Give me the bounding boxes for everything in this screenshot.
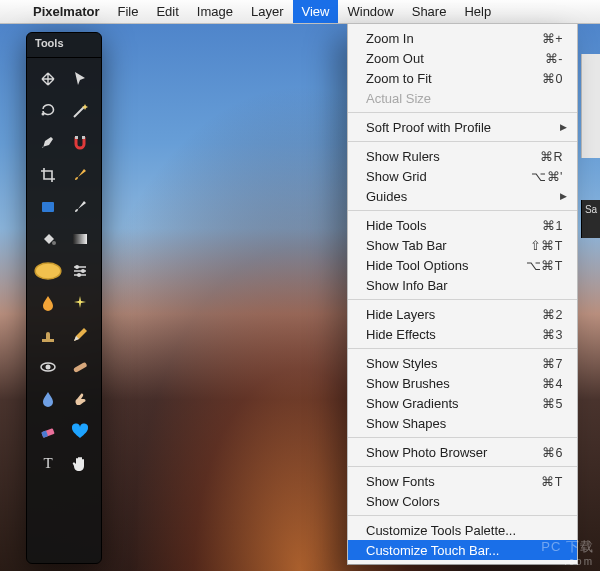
menu-item-shortcut: ⌘6 (542, 445, 563, 460)
menu-window[interactable]: Window (338, 0, 402, 23)
menu-item-label: Show Shapes (366, 416, 563, 431)
menu-item-show-grid[interactable]: Show Grid⌥⌘' (348, 166, 577, 186)
sponge-tool[interactable] (24, 247, 72, 295)
menu-item-shortcut: ⌘1 (542, 218, 563, 233)
pen-tool[interactable] (33, 128, 63, 158)
menu-item-show-info-bar[interactable]: Show Info Bar (348, 275, 577, 295)
menu-item-label: Zoom to Fit (366, 71, 542, 86)
svg-rect-3 (42, 202, 54, 212)
menu-help[interactable]: Help (455, 0, 500, 23)
menu-item-shortcut: ⌘- (545, 51, 563, 66)
svg-rect-11 (42, 339, 54, 342)
blur-tool[interactable] (33, 384, 63, 414)
menu-item-shortcut: ⌘5 (542, 396, 563, 411)
wand-tool[interactable] (65, 96, 95, 126)
menu-item-shortcut: ⌘R (540, 149, 563, 164)
menu-item-show-photo-browser[interactable]: Show Photo Browser⌘6 (348, 442, 577, 462)
menu-item-shortcut: ⌘2 (542, 307, 563, 322)
menu-item-label: Customize Touch Bar... (366, 543, 563, 558)
menu-item-label: Hide Tools (366, 218, 542, 233)
stamp-tool[interactable] (33, 320, 63, 350)
menu-item-label: Show Fonts (366, 474, 541, 489)
menu-item-shortcut: ⌘+ (542, 31, 563, 46)
shape-tool[interactable] (65, 416, 95, 446)
menu-item-label: Zoom In (366, 31, 542, 46)
crop-tool[interactable] (33, 160, 63, 190)
menu-item-actual-size: Actual Size (348, 88, 577, 108)
menu-item-soft-proof-with-profile[interactable]: Soft Proof with Profile (348, 117, 577, 137)
menubar[interactable]: Pixelmator File Edit Image Layer View Wi… (0, 0, 600, 24)
svg-point-10 (77, 273, 81, 277)
menu-share[interactable]: Share (403, 0, 456, 23)
menu-item-label: Soft Proof with Profile (366, 120, 563, 135)
move-tool[interactable] (33, 64, 63, 94)
menu-item-show-shapes[interactable]: Show Shapes (348, 413, 577, 433)
menu-item-show-brushes[interactable]: Show Brushes⌘4 (348, 373, 577, 393)
menu-item-label: Guides (366, 189, 563, 204)
menu-item-shortcut: ⇧⌘T (530, 238, 563, 253)
marquee-tool[interactable] (33, 192, 63, 222)
eraser-tool[interactable] (33, 416, 63, 446)
tools-palette[interactable]: Tools T (26, 32, 102, 564)
eyedrop-tool[interactable] (65, 192, 95, 222)
background-panel (581, 54, 600, 158)
menu-item-shortcut: ⌘3 (542, 327, 563, 342)
pointer-tool[interactable] (65, 64, 95, 94)
menu-item-label: Show Brushes (366, 376, 542, 391)
menu-item-customize-tools-palette[interactable]: Customize Tools Palette... (348, 520, 577, 540)
heal-tool[interactable] (65, 352, 95, 382)
hand-tool[interactable] (65, 448, 95, 478)
svg-point-9 (81, 269, 85, 273)
eye-tool[interactable] (33, 352, 63, 382)
menu-item-label: Actual Size (366, 91, 563, 106)
brush-tool1[interactable] (65, 160, 95, 190)
svg-rect-1 (75, 136, 78, 139)
menu-item-label: Show Info Bar (366, 278, 563, 293)
smudge-tool[interactable] (65, 384, 95, 414)
menu-item-label: Show Grid (366, 169, 531, 184)
pencil-tool[interactable] (65, 320, 95, 350)
menu-item-label: Show Tab Bar (366, 238, 530, 253)
menu-layer[interactable]: Layer (242, 0, 293, 23)
menu-item-show-styles[interactable]: Show Styles⌘7 (348, 353, 577, 373)
menu-item-hide-tool-options[interactable]: Hide Tool Options⌥⌘T (348, 255, 577, 275)
svg-rect-2 (82, 136, 85, 139)
magnet-tool[interactable] (65, 128, 95, 158)
menu-image[interactable]: Image (188, 0, 242, 23)
menu-item-guides[interactable]: Guides (348, 186, 577, 206)
menu-item-hide-effects[interactable]: Hide Effects⌘3 (348, 324, 577, 344)
tools-palette-title: Tools (27, 33, 101, 58)
menu-item-label: Show Styles (366, 356, 542, 371)
svg-point-0 (42, 113, 45, 116)
menu-item-shortcut: ⌘7 (542, 356, 563, 371)
menu-item-label: Show Colors (366, 494, 563, 509)
svg-point-13 (46, 365, 51, 370)
text-tool[interactable]: T (33, 448, 63, 478)
menu-item-label: Zoom Out (366, 51, 545, 66)
menu-view[interactable]: View (293, 0, 339, 23)
menu-item-show-colors[interactable]: Show Colors (348, 491, 577, 511)
menu-item-zoom-in[interactable]: Zoom In⌘+ (348, 28, 577, 48)
menu-edit[interactable]: Edit (147, 0, 187, 23)
menu-item-show-tab-bar[interactable]: Show Tab Bar⇧⌘T (348, 235, 577, 255)
svg-rect-5 (73, 234, 87, 244)
menu-app[interactable]: Pixelmator (24, 0, 108, 23)
svg-point-8 (75, 265, 79, 269)
menu-item-shortcut: ⌘0 (542, 71, 563, 86)
menu-item-show-rulers[interactable]: Show Rulers⌘R (348, 146, 577, 166)
menu-item-show-gradients[interactable]: Show Gradients⌘5 (348, 393, 577, 413)
menu-item-shortcut: ⌥⌘' (531, 169, 563, 184)
menu-file[interactable]: File (108, 0, 147, 23)
menu-item-label: Hide Layers (366, 307, 542, 322)
menu-item-label: Hide Tool Options (366, 258, 526, 273)
menu-item-zoom-out[interactable]: Zoom Out⌘- (348, 48, 577, 68)
menu-item-label: Show Gradients (366, 396, 542, 411)
menu-item-show-fonts[interactable]: Show Fonts⌘T (348, 471, 577, 491)
menu-item-label: Show Rulers (366, 149, 540, 164)
menu-item-label: Hide Effects (366, 327, 542, 342)
view-menu-dropdown[interactable]: Zoom In⌘+Zoom Out⌘-Zoom to Fit⌘0Actual S… (347, 23, 578, 565)
menu-item-hide-layers[interactable]: Hide Layers⌘2 (348, 304, 577, 324)
menu-item-hide-tools[interactable]: Hide Tools⌘1 (348, 215, 577, 235)
lasso-tool[interactable] (33, 96, 63, 126)
menu-item-zoom-to-fit[interactable]: Zoom to Fit⌘0 (348, 68, 577, 88)
